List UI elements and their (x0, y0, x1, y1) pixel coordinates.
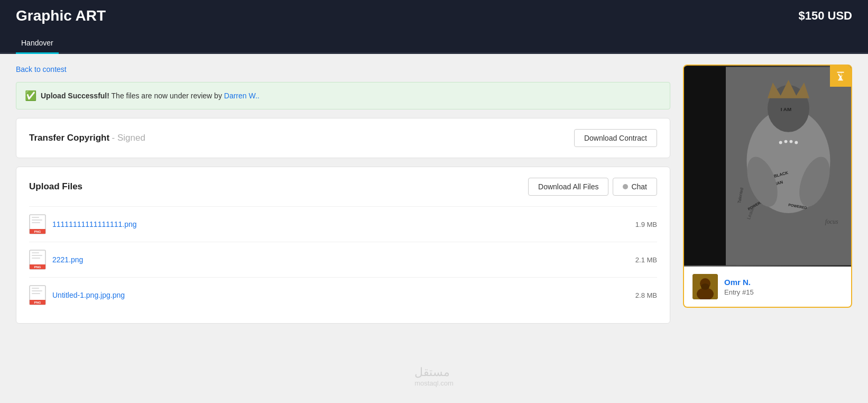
back-to-contest-link[interactable]: Back to contest (16, 65, 67, 74)
file-item: PNG 11111111111111111.png 1.9 MB (29, 206, 657, 242)
svg-point-34 (784, 140, 788, 143)
file-name-1[interactable]: 11111111111111111.png (52, 220, 629, 228)
file-size-3: 2.8 MB (635, 291, 657, 299)
entry-artwork: I AM BLACK MAN POWERED POWERED focus Lea… (684, 66, 851, 267)
artwork-svg: I AM BLACK MAN POWERED POWERED focus Lea… (684, 66, 851, 267)
copyright-row: Transfer Copyright - Signed Download Con… (29, 129, 657, 147)
success-alert: ✅ Upload Successful! The files are now u… (16, 82, 670, 109)
download-all-button[interactable]: Download All Files (528, 178, 608, 196)
header: Graphic ART $150 USD (0, 0, 868, 32)
main-content: Back to contest ✅ Upload Successful! The… (0, 54, 868, 343)
upload-header: Upload Files Download All Files Chat (29, 178, 657, 196)
page-title: Graphic ART (16, 7, 106, 24)
avatar-svg (692, 274, 718, 299)
file-name-3[interactable]: Untitled-1.png.jpg.png (52, 291, 629, 299)
svg-text:I AM: I AM (781, 106, 791, 112)
entry-number: Entry #15 (724, 288, 754, 296)
svg-point-36 (795, 141, 798, 144)
svg-rect-17 (32, 293, 40, 294)
entry-card: I AM BLACK MAN POWERED POWERED focus Lea… (683, 65, 852, 308)
svg-point-33 (779, 141, 782, 144)
svg-rect-16 (32, 290, 42, 291)
nav-bar: Handover (0, 32, 868, 54)
copyright-title: Transfer Copyright (29, 133, 109, 143)
alert-message: The files are now under review by (112, 91, 224, 100)
entry-footer: Omr N. Entry #15 (684, 267, 851, 307)
alert-text: Upload Successful! The files are now und… (41, 91, 260, 100)
file-size-1: 1.9 MB (635, 221, 657, 228)
watermark-arabic: مستقل (414, 365, 454, 379)
chat-dot-icon (623, 184, 628, 189)
upload-actions: Download All Files Chat (528, 178, 657, 196)
svg-rect-19 (838, 79, 843, 80)
svg-rect-4 (32, 219, 42, 221)
upload-files-title: Upload Files (29, 181, 82, 192)
left-panel: Back to contest ✅ Upload Successful! The… (16, 65, 670, 332)
svg-rect-5 (32, 222, 40, 223)
trophy-badge (830, 66, 851, 87)
avatar (692, 274, 718, 299)
svg-text:PNG: PNG (34, 230, 41, 233)
file-list: PNG 11111111111111111.png 1.9 MB (29, 206, 657, 313)
svg-point-43 (701, 283, 709, 290)
trophy-icon (835, 70, 846, 82)
svg-rect-11 (32, 258, 40, 259)
check-icon: ✅ (25, 90, 36, 102)
file-size-2: 2.1 MB (635, 256, 657, 264)
chat-label: Chat (631, 182, 647, 191)
svg-rect-18 (839, 79, 842, 80)
svg-rect-10 (32, 255, 42, 256)
copyright-title-area: Transfer Copyright - Signed (29, 133, 145, 143)
file-icon-3: PNG (29, 285, 46, 305)
entry-info: Omr N. Entry #15 (724, 278, 754, 296)
price-display: $150 USD (798, 9, 852, 23)
copyright-status: - Signed (112, 133, 145, 143)
svg-rect-15 (32, 288, 39, 289)
transfer-copyright-card: Transfer Copyright - Signed Download Con… (16, 118, 670, 158)
designer-name: Omr N. (724, 278, 754, 287)
svg-text:PNG: PNG (34, 301, 41, 304)
tab-handover[interactable]: Handover (16, 34, 59, 54)
avatar-image (692, 274, 718, 299)
file-item: PNG 2221.png 2.1 MB (29, 242, 657, 277)
upload-files-card: Upload Files Download All Files Chat (16, 167, 670, 324)
file-item: PNG Untitled-1.png.jpg.png 2.8 MB (29, 277, 657, 313)
chat-button[interactable]: Chat (613, 178, 657, 196)
svg-text:focus: focus (825, 218, 838, 225)
watermark-url: mostaql.com (414, 379, 454, 387)
download-contract-button[interactable]: Download Contract (574, 129, 657, 147)
svg-point-35 (789, 140, 792, 143)
svg-text:PNG: PNG (34, 265, 41, 269)
file-name-2[interactable]: 2221.png (52, 255, 629, 264)
reviewer-link[interactable]: Darren W.. (224, 91, 260, 100)
file-icon-2: PNG (29, 250, 46, 270)
svg-rect-9 (32, 252, 39, 253)
svg-rect-3 (32, 217, 39, 218)
alert-bold: Upload Successful! (41, 91, 109, 100)
watermark: مستقل mostaql.com (414, 365, 454, 387)
file-icon-1: PNG (29, 214, 46, 234)
right-panel: I AM BLACK MAN POWERED POWERED focus Lea… (683, 65, 852, 332)
